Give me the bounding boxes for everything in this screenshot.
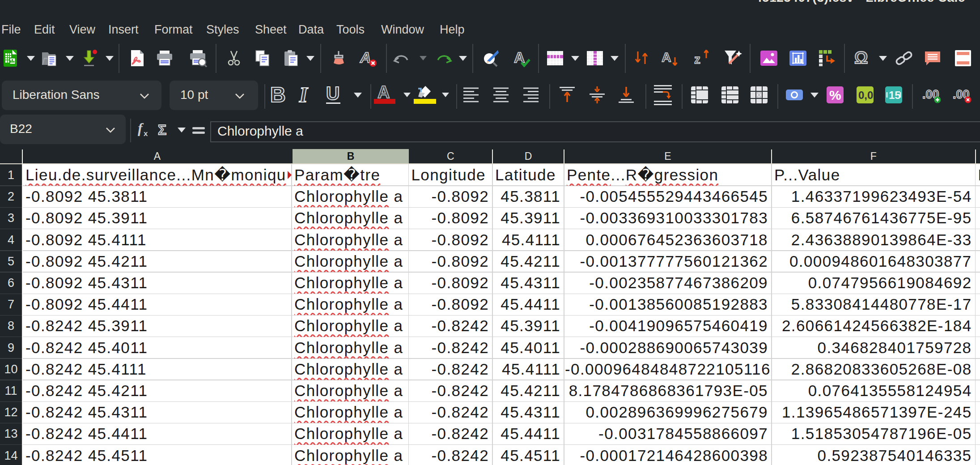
svg-text:U: U xyxy=(326,85,339,104)
svg-text:z: z xyxy=(694,52,700,66)
svg-text:0,0: 0,0 xyxy=(858,89,873,101)
svg-text:%: % xyxy=(829,88,841,102)
svg-text:B: B xyxy=(270,85,286,105)
svg-text:x: x xyxy=(144,129,148,138)
svg-text:Σ: Σ xyxy=(158,122,166,138)
svg-text:I: I xyxy=(299,85,309,105)
svg-text:A: A xyxy=(360,49,371,66)
svg-text:f: f xyxy=(138,121,144,136)
svg-text:15: 15 xyxy=(889,89,901,101)
svg-text:Ω: Ω xyxy=(854,49,868,67)
svg-text:A: A xyxy=(662,50,671,64)
